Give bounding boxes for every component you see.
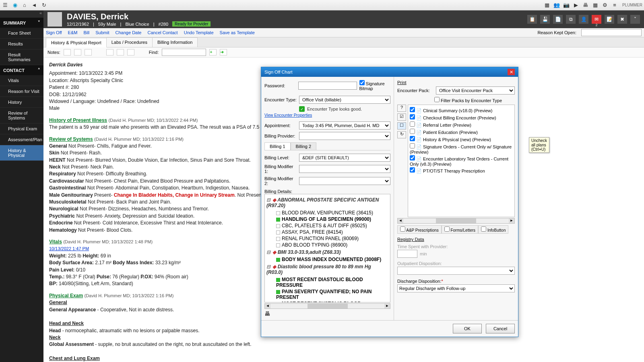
current-user: PLUMMER bbox=[622, 3, 642, 7]
billing-tree-item[interactable]: CBC, PLATELETS & AUT DIFF (85025) bbox=[276, 222, 388, 229]
appointment-label: Appointment: bbox=[264, 123, 297, 128]
checkall-icon[interactable]: ☑ bbox=[397, 113, 406, 121]
tree-hscroll[interactable]: ◄► bbox=[264, 303, 390, 309]
billing-details-tree[interactable]: ⊟ ◆ ABNORMAL PROSTATE SPECIFIC ANTIGEN (… bbox=[264, 194, 390, 302]
print-plan-item[interactable]: 📄 Checkout Billing Encounter (Preview) bbox=[410, 114, 513, 121]
print-plan-list[interactable]: 📄 Clinical Summary (v18.0) (Preview) 📄 C… bbox=[408, 105, 515, 217]
print-plan-item[interactable]: 📄 PT/OT/ST Therapy Prescription bbox=[410, 167, 513, 174]
outpatient-select[interactable] bbox=[397, 267, 515, 275]
camera-icon[interactable]: 📷 bbox=[563, 2, 570, 9]
nav-contact-header[interactable]: CONTACT˄ bbox=[0, 65, 43, 75]
appointment-select[interactable]: Today 3:45 PM, Plummer, David H. MD bbox=[299, 121, 390, 130]
user-icon[interactable]: ◉ bbox=[11, 2, 19, 9]
signature-bitmap-checkbox[interactable]: Signature Bitmap bbox=[359, 80, 391, 91]
billing-tree-item[interactable]: HANDLING OF LAB SPECIMEN (99000) bbox=[276, 216, 388, 222]
modal-close-icon[interactable]: ✕ bbox=[508, 69, 515, 75]
billing-tree-item[interactable]: ⊟ ◆ Diastolic blood pressure 80 to 89 mm… bbox=[266, 264, 388, 275]
nav-summary-header[interactable]: SUMMARY˅ bbox=[0, 18, 43, 28]
print-plan-item[interactable]: 📄 Patient Education (Preview) bbox=[410, 128, 513, 136]
filter-packs-checkbox[interactable]: Filter Packs by Encounter Type bbox=[434, 98, 502, 103]
nav-item[interactable]: Vitals bbox=[0, 75, 43, 86]
nav-item[interactable]: Physical Exam bbox=[0, 123, 43, 134]
nav-item[interactable]: History & Physical bbox=[0, 145, 43, 161]
discharge-select[interactable]: Regular Discharge with Follow-up bbox=[397, 284, 515, 292]
encounter-pack-select[interactable]: Office Visit Encounter Pack bbox=[436, 86, 515, 95]
uncheck-hint-tooltip: Uncheck all plans (Ctrl+U) bbox=[529, 137, 549, 153]
nav-item[interactable]: Review of Systems bbox=[0, 108, 43, 123]
check-icon: ✓ bbox=[299, 106, 305, 112]
nav-item[interactable]: Reason for Visit bbox=[0, 86, 43, 97]
app-toolbar: ☰ ◉ ⌂ ◄ ↻ ▦ 👥 📷 ▶ 🖶 ▦ ⚙ ≡ PLUMMER bbox=[0, 0, 644, 10]
print-bottom-tabs: A&P Prescriptions Forms/Letters InfoButt… bbox=[397, 225, 515, 234]
password-input[interactable] bbox=[298, 82, 357, 90]
billing-level-label: Billing Level: bbox=[264, 155, 297, 160]
modal-title: Sign Off Chart bbox=[264, 70, 293, 74]
nav-item[interactable]: History bbox=[0, 97, 43, 108]
refresh-icon[interactable]: ↻ bbox=[40, 2, 47, 9]
sign-off-modal: Sign Off Chart ✕ Password: Signature Bit… bbox=[261, 67, 518, 337]
time-spent-input[interactable] bbox=[397, 250, 417, 258]
encounter-type-select[interactable]: Office Visit (billable) bbox=[299, 96, 390, 104]
min-label: min bbox=[420, 251, 427, 256]
billing-tree-item[interactable]: ⊟ ◆ BMI 33.0-33.9,adult (Z68.33) bbox=[266, 249, 388, 255]
modal-footer: OK Cancel bbox=[261, 320, 518, 337]
nav-item[interactable]: Results bbox=[0, 39, 43, 49]
people-icon[interactable]: 👥 bbox=[553, 2, 560, 9]
apps-icon[interactable]: ▦ bbox=[592, 2, 599, 9]
home-icon[interactable]: ⌂ bbox=[21, 2, 28, 9]
refresh-plans-icon[interactable]: ↻ bbox=[397, 131, 406, 138]
nav-item[interactable]: Assessment/Plan bbox=[0, 134, 43, 145]
billing-tab[interactable]: Billing 2 bbox=[291, 142, 317, 150]
billing-tree-item[interactable]: MOST RECENT SYSTOLIC BLOOD PRESSURE bbox=[276, 300, 388, 302]
billing-tree-item[interactable]: MOST RECENT DIASTOLIC BLOOD PRESSURE bbox=[276, 276, 388, 288]
billing-tree-item[interactable]: ABO BLOOD TYPING (86900) bbox=[276, 242, 388, 248]
billing-mod2-label: Billing Modifier 2: bbox=[264, 176, 297, 186]
billing-tab[interactable]: Billing 1 bbox=[264, 142, 291, 150]
billing-tree-item[interactable]: ⊟ ◆ ABNORMAL PROSTATE SPECIFIC ANTIGEN (… bbox=[266, 197, 388, 208]
cancel-button[interactable]: Cancel bbox=[486, 324, 515, 333]
more-icon[interactable]: ≡ bbox=[611, 2, 618, 9]
view-encounter-props-link[interactable]: View Encounter Properties bbox=[264, 113, 312, 117]
billing-tree-item[interactable]: RENAL FUNCTION PANEL (80069) bbox=[276, 235, 388, 242]
billing-tree-item[interactable]: BLOOD DRAW, VENIPUNCTURE (36415) bbox=[276, 210, 388, 216]
ok-button[interactable]: OK bbox=[453, 324, 482, 333]
back-icon[interactable]: ◄ bbox=[31, 2, 38, 9]
encounter-pack-label: Encounter Pack: bbox=[397, 88, 433, 93]
billing-mod1-label: Billing Modifier 1: bbox=[264, 164, 297, 174]
play-icon[interactable]: ▶ bbox=[572, 2, 580, 9]
billing-tree-item[interactable]: BODY MASS INDEX DOCUMENTED (3008F) bbox=[276, 256, 388, 263]
uncheckall-icon[interactable]: ☐ bbox=[397, 122, 406, 130]
billing-tree-item[interactable]: PAIN SEVERITY QUANTIFIED; NO PAIN PRESEN… bbox=[276, 288, 388, 300]
print-plan-item[interactable]: 📄 Referral Letter (Preview) bbox=[410, 121, 513, 128]
content-area: DAVIES, Derrick 12/12/1962 | 59y Male | … bbox=[43, 10, 644, 362]
calendar-icon[interactable]: ▦ bbox=[543, 2, 551, 9]
billing-mod2-select[interactable] bbox=[299, 177, 390, 185]
billing-tabs: Billing 1Billing 2 bbox=[264, 142, 390, 150]
time-spent-label: Time Spent with Provider: bbox=[397, 244, 515, 249]
billing-mod1-select[interactable] bbox=[299, 165, 390, 173]
billing-level-select[interactable]: &DEF (SITE DEFAULT) bbox=[299, 154, 390, 162]
modal-overlay: Sign Off Chart ✕ Password: Signature Bit… bbox=[43, 10, 644, 362]
print-plan-item[interactable]: 📄 Encounter Laboratory Test Orders - Cur… bbox=[410, 155, 513, 167]
nav-item[interactable]: Result Summaries bbox=[0, 49, 43, 65]
print-subtab[interactable]: InfoButton bbox=[478, 225, 508, 234]
encounter-good-message: ✓ Encounter Type looks good. bbox=[299, 106, 390, 112]
gear-icon[interactable]: ⚙ bbox=[601, 2, 609, 9]
help-icon[interactable]: ? bbox=[397, 105, 406, 112]
print-plan-item[interactable]: 📄 History & Physical (new) (Preview) bbox=[410, 136, 513, 143]
print-subtab[interactable]: A&P Prescriptions bbox=[397, 225, 442, 234]
billing-provider-select[interactable] bbox=[299, 132, 390, 140]
print-header: Print bbox=[397, 80, 515, 85]
print-plan-item[interactable]: 📄 Signature Orders - Current Only w/ Sig… bbox=[410, 143, 513, 155]
print-plan-item[interactable]: 📄 Clinical Summary (v18.0) (Preview) bbox=[410, 107, 513, 114]
registry-header: Registry Data bbox=[397, 237, 515, 242]
plans-hscroll[interactable]: ◄► bbox=[397, 218, 515, 224]
print-icon[interactable]: 🖶 bbox=[582, 2, 589, 9]
outpatient-label: Outpatient Disposition: bbox=[397, 261, 515, 266]
nav-item[interactable]: Face Sheet bbox=[0, 28, 43, 39]
print-tree-icon[interactable]: 🖶 bbox=[264, 311, 270, 317]
nav-collapse-icon[interactable]: « bbox=[0, 10, 43, 18]
billing-tree-item[interactable]: ASSAY, PSA, FREE (84154) bbox=[276, 229, 388, 235]
print-subtab[interactable]: Forms/Letters bbox=[442, 225, 478, 234]
menu-icon[interactable]: ☰ bbox=[2, 2, 9, 9]
